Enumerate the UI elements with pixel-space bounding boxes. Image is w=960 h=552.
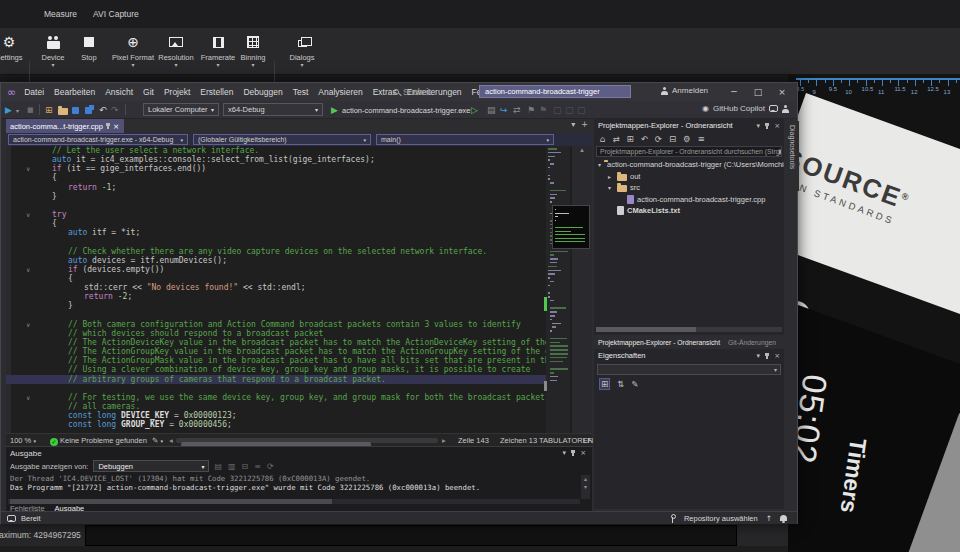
- pin-icon[interactable]: [572, 450, 574, 456]
- startup-caret[interactable]: ▾: [460, 103, 463, 117]
- frame-step-icon[interactable]: ▢: [565, 103, 574, 117]
- menu-debuggen[interactable]: Debuggen: [243, 87, 282, 97]
- pending-changes-icon[interactable]: ⊞: [627, 134, 634, 144]
- menu-git[interactable]: Git: [143, 87, 154, 97]
- goto-message-icon[interactable]: ▥: [228, 462, 236, 471]
- code-line[interactable]: const long DEVICE_KEY = 0x00000123;: [6, 411, 546, 420]
- fold-marker-icon[interactable]: ∨: [26, 320, 30, 329]
- tab-diagnostics-tools[interactable]: Diagnosetools: [786, 121, 799, 191]
- bookmark-icon[interactable]: ⚑: [527, 103, 535, 117]
- code-line[interactable]: }: [6, 192, 546, 201]
- code-line[interactable]: {: [6, 274, 546, 283]
- code-line[interactable]: [6, 311, 546, 320]
- pen-edit-icon[interactable]: ✎ ▾: [152, 436, 163, 445]
- output-source-dropdown[interactable]: Debuggen▾: [93, 460, 209, 472]
- code-editor[interactable]: // Let the user select a network interfa…: [6, 146, 546, 433]
- code-line[interactable]: return -2;: [6, 292, 546, 301]
- editor-tab-active[interactable]: action-comma...t-trigger.cpp ×: [6, 119, 124, 133]
- start-without-debugging-icon[interactable]: ▷: [471, 103, 478, 117]
- startup-project-label[interactable]: action-command-broadcast-trigger.exe: [342, 103, 470, 117]
- code-line[interactable]: auto itf = *it;: [6, 228, 546, 237]
- close-tab-icon[interactable]: ×: [113, 122, 119, 131]
- capture-button-settings[interactable]: ⚙Settings: [0, 30, 28, 73]
- code-line[interactable]: // arbitrary groups of cameras that resp…: [6, 375, 546, 384]
- hot-reload-icon[interactable]: ↪: [500, 103, 508, 117]
- property-pages-icon[interactable]: ✎: [631, 379, 638, 389]
- fold-marker-icon[interactable]: ∨: [26, 210, 30, 219]
- pin-icon[interactable]: [766, 123, 768, 129]
- start-debugging-icon[interactable]: ▶: [331, 103, 338, 117]
- word-wrap-icon[interactable]: ≡: [254, 462, 261, 471]
- eol-indicator[interactable]: LF: [583, 436, 592, 445]
- attach-process-icon[interactable]: ▤: [487, 103, 496, 117]
- sign-in-button[interactable]: Anmelden: [661, 86, 708, 95]
- function-dropdown[interactable]: main()▾: [376, 134, 554, 145]
- code-line[interactable]: // Using a clever combination of device …: [6, 365, 546, 374]
- menu-datei[interactable]: Datei: [24, 87, 44, 97]
- code-line[interactable]: // Check whether there are any video cap…: [6, 247, 546, 256]
- tree-item-cmakelists.txt[interactable]: CMakeLists.txt: [594, 205, 784, 217]
- frame-step-icon[interactable]: ▢: [577, 103, 586, 117]
- clear-all-icon[interactable]: ⊟: [242, 462, 249, 471]
- scroll-right-icon[interactable]: ▸: [442, 436, 446, 445]
- fold-marker-icon[interactable]: ∨: [26, 393, 30, 402]
- maximize-button[interactable]: □: [749, 83, 767, 100]
- scope-dropdown[interactable]: (Globaler Gültigkeitsbereich)▾: [193, 134, 371, 145]
- line-indicator[interactable]: Zeile 143: [458, 436, 489, 445]
- menu-projekt[interactable]: Projekt: [164, 87, 190, 97]
- collapse-all-icon[interactable]: ⊟: [669, 134, 676, 144]
- menu-erstellen[interactable]: Erstellen: [200, 87, 233, 97]
- code-line[interactable]: return -1;: [6, 183, 546, 192]
- code-line[interactable]: ∨if (devices.empty()): [6, 265, 546, 274]
- code-line[interactable]: ∨// For testing, we use the same device …: [6, 393, 546, 402]
- pin-icon[interactable]: [107, 123, 109, 129]
- scroll-left-icon[interactable]: ◂: [169, 436, 173, 445]
- project-dropdown[interactable]: action-command-broadcast-trigger.exe - x…: [8, 134, 188, 145]
- tree-item-out[interactable]: ▸out: [594, 171, 784, 183]
- menu-analysieren[interactable]: Analysieren: [318, 87, 362, 97]
- code-line[interactable]: // which devices should respond to a bro…: [6, 329, 546, 338]
- open-folder-icon[interactable]: [58, 103, 68, 117]
- code-line[interactable]: // Let the user select a network interfa…: [6, 146, 546, 155]
- explorer-horizontal-scrollbar[interactable]: [596, 327, 782, 332]
- new-tab-icon[interactable]: +: [581, 120, 588, 129]
- alphabetical-icon[interactable]: ⇅: [617, 379, 624, 389]
- code-line[interactable]: [6, 201, 546, 210]
- frame-step-icon[interactable]: ▢: [553, 103, 562, 117]
- save-all-icon[interactable]: [85, 103, 92, 117]
- search-menu[interactable]: Suchen: [393, 87, 432, 97]
- new-project-icon[interactable]: ⊞: [45, 103, 53, 117]
- tab-measure[interactable]: Measure: [44, 9, 77, 19]
- code-line[interactable]: std::cerr << "No devices found!" << std:…: [6, 283, 546, 292]
- output-vertical-scrollbar[interactable]: ▴▾: [581, 475, 590, 499]
- switch-views-icon[interactable]: ⇄: [612, 134, 619, 144]
- copilot-chat-icon[interactable]: [769, 105, 778, 112]
- code-line[interactable]: ∨if (it == gige_interfaces.end()): [6, 164, 546, 173]
- fold-marker-icon[interactable]: ∨: [26, 164, 30, 173]
- preview-selected-icon[interactable]: ≡: [698, 134, 705, 144]
- property-value-box[interactable]: [85, 525, 737, 546]
- capture-button-device[interactable]: Device▾: [33, 30, 73, 73]
- select-repository-button[interactable]: Repository auswählen: [684, 514, 758, 523]
- minimap-scrollbar[interactable]: [546, 146, 570, 433]
- github-copilot-button[interactable]: ◉ GitHub Copilot: [702, 104, 789, 113]
- properties-icon[interactable]: ⚙: [683, 134, 691, 144]
- editor-vertical-scrollbar[interactable]: ▴: [572, 146, 592, 433]
- properties-object-dropdown[interactable]: ▾: [597, 364, 781, 375]
- tab-git-changes[interactable]: Git-Änderungen: [728, 339, 776, 346]
- tab-avi-capture[interactable]: AVI Capture: [93, 9, 139, 19]
- undo-icon[interactable]: ↶: [641, 134, 648, 144]
- code-line[interactable]: // The ActionDeviceKey value in the broa…: [6, 338, 546, 347]
- code-line[interactable]: {: [6, 173, 546, 182]
- code-line[interactable]: // The ActionGroupKey value in the broad…: [6, 347, 546, 356]
- debug-target-icon[interactable]: ▶: [5, 103, 12, 117]
- code-line[interactable]: {: [6, 219, 546, 228]
- capture-button-stop[interactable]: Stop: [70, 30, 108, 73]
- output-log[interactable]: Der Thread 'IC4.DEVICE_LOST' (17304) hat…: [6, 473, 592, 493]
- close-panel-icon[interactable]: ×: [580, 449, 586, 457]
- refresh-icon[interactable]: ⟳: [655, 134, 662, 144]
- redo-icon[interactable]: ↷: [111, 103, 119, 117]
- capture-button-dialogs[interactable]: Dialogs▾: [280, 30, 324, 73]
- autoscroll-icon[interactable]: ⟳: [267, 462, 274, 471]
- solution-title-searchbox[interactable]: action-command-broadcast-trigger: [479, 85, 631, 98]
